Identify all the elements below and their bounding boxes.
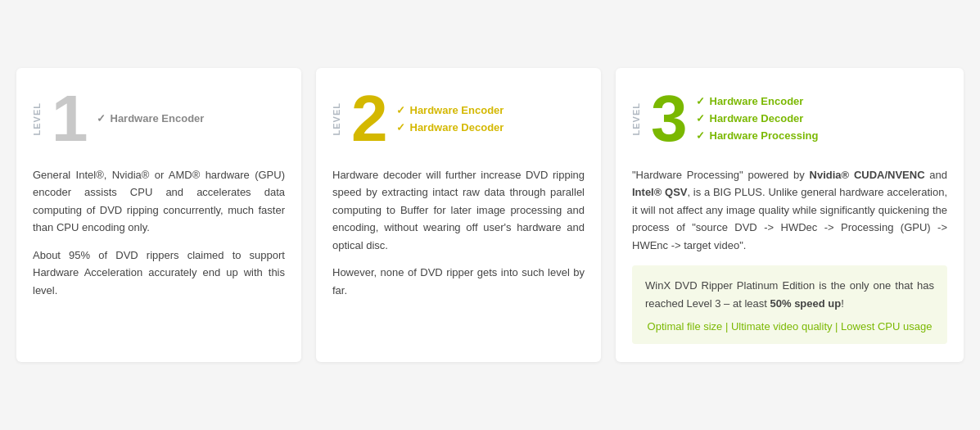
level3-feature-label-3: Hardware Processing xyxy=(710,129,819,142)
level3-highlight-text: WinX DVD Ripper Platinum Edition is the … xyxy=(645,277,934,312)
level3-feature-3: ✓ Hardware Processing xyxy=(696,129,819,142)
level1-header: Level 1 ✓ Hardware Encoder xyxy=(33,86,285,152)
level3-card: Level 3 ✓ Hardware Encoder ✓ Hardware De… xyxy=(616,68,964,362)
checkmark-icon: ✓ xyxy=(696,112,705,124)
level3-body: "Hardware Processing" powered by Nvidia®… xyxy=(632,166,947,344)
level1-para-1: General Intel®, Nvidia® or AMD® hardware… xyxy=(33,166,285,237)
level2-number: 2 xyxy=(351,86,388,152)
level3-feature-1: ✓ Hardware Encoder xyxy=(696,95,819,107)
level3-main-text: "Hardware Processing" powered by Nvidia®… xyxy=(632,166,947,254)
level1-number: 1 xyxy=(52,86,88,152)
level3-header: Level 3 ✓ Hardware Encoder ✓ Hardware De… xyxy=(632,86,947,152)
checkmark-icon: ✓ xyxy=(696,95,705,107)
level1-para-2: About 95% of DVD rippers claimed to supp… xyxy=(33,247,285,299)
level3-feature-2: ✓ Hardware Decoder xyxy=(696,112,819,124)
level3-highlight-box: WinX DVD Ripper Platinum Edition is the … xyxy=(632,265,947,344)
level3-number: 3 xyxy=(651,86,688,152)
level2-header: Level 2 ✓ Hardware Encoder ✓ Hardware De… xyxy=(332,86,585,152)
level2-para-2: However, none of DVD ripper gets into su… xyxy=(332,264,585,299)
level2-card: Level 2 ✓ Hardware Encoder ✓ Hardware De… xyxy=(316,68,601,362)
level2-label: Level xyxy=(332,102,341,135)
level2-feature-label-1: Hardware Encoder xyxy=(410,104,504,116)
level1-feature-1: ✓ Hardware Encoder xyxy=(97,112,205,124)
level2-feature-2: ✓ Hardware Decoder xyxy=(396,121,504,134)
level2-body: Hardware decoder will further increase D… xyxy=(332,166,585,299)
level3-features: ✓ Hardware Encoder ✓ Hardware Decoder ✓ … xyxy=(696,95,819,142)
level3-feature-label-2: Hardware Decoder xyxy=(710,112,804,124)
level2-para-1: Hardware decoder will further increase D… xyxy=(332,166,585,254)
level3-feature-label-1: Hardware Encoder xyxy=(710,95,804,107)
checkmark-icon: ✓ xyxy=(97,112,106,124)
level1-label: Level xyxy=(33,102,42,135)
level1-feature-label-1: Hardware Encoder xyxy=(111,112,205,124)
level1-features: ✓ Hardware Encoder xyxy=(97,112,205,124)
speedup-bold: 50% speed up xyxy=(770,297,842,310)
level1-card: Level 1 ✓ Hardware Encoder General Intel… xyxy=(16,68,301,362)
level2-feature-1: ✓ Hardware Encoder xyxy=(396,104,504,116)
level1-body: General Intel®, Nvidia® or AMD® hardware… xyxy=(33,166,285,299)
level2-features: ✓ Hardware Encoder ✓ Hardware Decoder xyxy=(396,104,504,134)
level2-feature-label-2: Hardware Decoder xyxy=(410,121,504,134)
optimal-line: Optimal file size | Ultimate video quali… xyxy=(645,320,934,333)
level3-label: Level xyxy=(632,102,641,135)
main-container: Level 1 ✓ Hardware Encoder General Intel… xyxy=(16,68,964,362)
checkmark-icon: ✓ xyxy=(396,104,405,116)
checkmark-icon: ✓ xyxy=(396,121,405,134)
checkmark-icon: ✓ xyxy=(696,129,705,142)
